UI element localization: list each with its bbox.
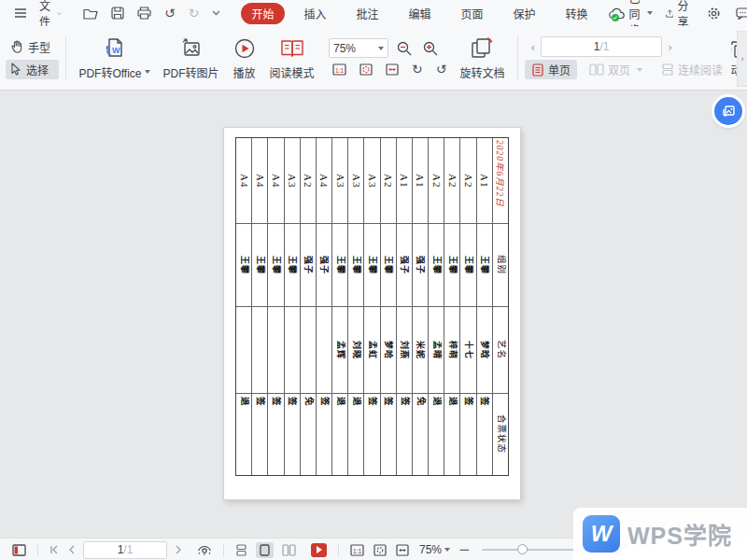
toolbar-expand-button[interactable]: › xyxy=(737,31,747,87)
cell-text: 签 xyxy=(368,397,377,406)
open-file-icon[interactable] xyxy=(77,0,105,26)
fit-width-icon[interactable] xyxy=(383,62,402,77)
cell-text: A3 xyxy=(351,174,361,188)
pdf-to-office-button[interactable]: W PDF转Office xyxy=(72,35,156,82)
reading-mode-icon xyxy=(279,36,305,61)
hand-tool-button[interactable]: 手型 xyxy=(6,37,59,57)
convert-doc-icon xyxy=(721,104,736,119)
document-canvas[interactable]: A4王攀退A4王攀签A4王攀签A3王攀签A2强子免A4强子签A3王攀孟辉退A3王… xyxy=(0,91,747,538)
menu-tab[interactable]: 批注 xyxy=(346,3,389,24)
undo-icon[interactable]: ↺ xyxy=(158,0,182,26)
cell-name: 孟晴 xyxy=(429,307,444,394)
eye-protect-icon[interactable] xyxy=(192,544,217,555)
cell-status: 签 xyxy=(285,394,300,475)
menu-tab[interactable]: 转换 xyxy=(556,3,599,24)
hamburger-menu-icon[interactable] xyxy=(7,0,34,26)
fit-page-icon[interactable] xyxy=(357,62,375,77)
pdf-page[interactable]: A4王攀退A4王攀签A4王攀签A3王攀签A2强子免A4强子签A3王攀孟辉退A3王… xyxy=(224,128,520,499)
cell-text: A4 xyxy=(318,174,329,188)
cell-leader: 王攀 xyxy=(348,224,363,307)
cell-status: 退 xyxy=(429,394,444,475)
zoom-minus-button[interactable]: − xyxy=(456,543,473,557)
rotate-document-button[interactable]: 旋转文档 xyxy=(453,35,511,82)
menu-tab[interactable]: 开始 xyxy=(241,3,284,24)
menu-bar: 文件 ↺ ↻ 开始插入批注编辑页面保护转换 已同步 分享 xyxy=(0,0,747,26)
status-zoom-value[interactable]: 75% xyxy=(419,543,450,556)
feedback-bubble-icon[interactable] xyxy=(729,7,747,20)
single-page-button[interactable]: 单页 xyxy=(525,60,577,79)
roster-column: A3王攀刘晓退 xyxy=(348,138,364,475)
status-fit-width-icon[interactable] xyxy=(391,544,414,556)
cell-status: 退 xyxy=(332,394,347,475)
zoom-slider-handle[interactable] xyxy=(517,544,528,554)
status-page-input[interactable]: 1/1 xyxy=(83,541,167,559)
file-menu-label: 文件 xyxy=(39,0,53,29)
cell-text: 免 xyxy=(416,397,425,406)
double-page-icon xyxy=(589,63,604,76)
save-icon[interactable] xyxy=(105,0,131,26)
cell-text: 王攀 xyxy=(288,256,296,274)
play-button[interactable]: 播放 xyxy=(226,35,263,82)
cell-name: 梦哈 xyxy=(381,307,396,394)
wps-academy-watermark: W WPS学院 xyxy=(573,508,747,560)
sync-dropdown-caret xyxy=(647,11,653,15)
cell-text: A3 xyxy=(367,174,377,188)
prev-page-button[interactable] xyxy=(63,545,79,554)
roster-header-column: 组别艺名合票状态 xyxy=(493,138,508,475)
cell-text: 米妮 xyxy=(416,341,424,359)
pdf-to-image-icon xyxy=(179,36,204,61)
chevron-down-icon xyxy=(57,11,62,16)
header-cell: 合票状态 xyxy=(493,394,508,475)
rotate-right-icon[interactable]: ↻ xyxy=(409,61,426,77)
roster-column: A4王攀退 xyxy=(236,138,252,475)
zoom-in-icon[interactable] xyxy=(420,39,441,58)
cell-text: A2 xyxy=(447,174,458,188)
svg-text:W: W xyxy=(112,46,120,55)
rotate-left-icon[interactable]: ↺ xyxy=(433,61,450,77)
continuous-layout-icon[interactable] xyxy=(231,544,252,556)
cell-status: 退 xyxy=(236,394,251,475)
pdf-to-image-button[interactable]: PDF转图片 xyxy=(157,35,226,82)
prev-page-arrow[interactable]: ‹ xyxy=(525,40,541,54)
menu-tab[interactable]: 编辑 xyxy=(399,3,442,24)
page-indicator-input[interactable]: 1/1 xyxy=(541,36,662,57)
menu-tab[interactable]: 插入 xyxy=(294,3,337,24)
next-page-button[interactable] xyxy=(171,545,187,554)
cell-group: A2 xyxy=(444,138,459,224)
continuous-read-button[interactable]: 连续阅读 xyxy=(655,60,729,79)
status-fit-page-icon[interactable] xyxy=(369,544,391,556)
cursor-arrow-icon xyxy=(10,63,21,76)
double-page-button[interactable]: 双页 xyxy=(583,60,649,79)
redo-icon[interactable]: ↻ xyxy=(182,0,206,26)
select-tool-button[interactable]: 选择 xyxy=(6,60,59,79)
zoom-slider[interactable] xyxy=(482,549,586,551)
cell-name: 刘燕 xyxy=(397,307,412,394)
reading-mode-button[interactable]: 阅读模式 xyxy=(263,35,321,82)
double-page-layout-icon[interactable] xyxy=(277,544,301,556)
settings-gear-icon[interactable] xyxy=(700,7,727,21)
zoom-out-icon[interactable] xyxy=(394,39,415,58)
actual-size-icon[interactable]: 1:1 xyxy=(330,62,349,77)
next-page-arrow[interactable]: › xyxy=(662,40,678,54)
zoom-combobox[interactable]: 75% xyxy=(329,38,388,58)
more-commands-icon[interactable] xyxy=(205,0,227,26)
cell-text: 强子 xyxy=(319,256,328,274)
cell-name: 孟虹 xyxy=(364,307,379,394)
cell-text: A2 xyxy=(431,174,442,188)
slideshow-play-button[interactable] xyxy=(306,543,331,557)
sidebar-toggle-icon[interactable] xyxy=(7,544,31,556)
menu-tab[interactable]: 页面 xyxy=(451,3,494,24)
file-menu[interactable]: 文件 xyxy=(34,0,67,26)
cell-name xyxy=(301,307,316,394)
cell-name xyxy=(236,307,251,394)
share-button[interactable]: 分享 xyxy=(660,0,698,29)
menu-tab[interactable]: 保护 xyxy=(503,3,546,24)
status-actual-size-icon[interactable]: 1:1 xyxy=(345,544,369,556)
cell-text: 王攀 xyxy=(480,256,488,274)
cell-text: A1 xyxy=(399,174,409,188)
single-page-layout-icon[interactable] xyxy=(256,542,274,558)
print-icon[interactable] xyxy=(131,0,158,26)
first-page-button[interactable] xyxy=(45,545,63,554)
cell-name: 梓萌 xyxy=(444,307,459,394)
floating-convert-button[interactable] xyxy=(714,97,742,125)
